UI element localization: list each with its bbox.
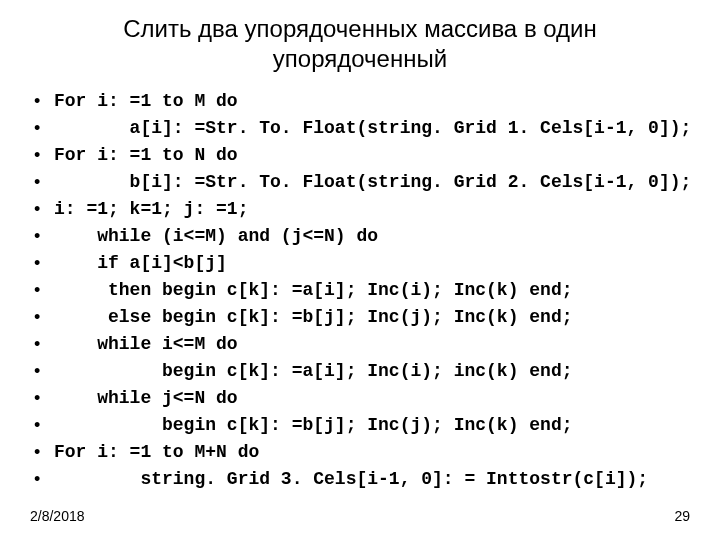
bullet-icon: •: [34, 385, 54, 412]
code-text: begin c[k]: =a[i]; Inc(i); inc(k) end;: [54, 358, 572, 385]
code-text: while j<=N do: [54, 385, 238, 412]
bullet-icon: •: [34, 439, 54, 466]
code-line: • begin c[k]: =b[j]; Inc(j); Inc(k) end;: [34, 412, 696, 439]
bullet-icon: •: [34, 142, 54, 169]
bullet-icon: •: [34, 304, 54, 331]
code-text: else begin c[k]: =b[j]; Inc(j); Inc(k) e…: [54, 304, 572, 331]
code-line: • while i<=M do: [34, 331, 696, 358]
slide-body: •For i: =1 to M do • a[i]: =Str. To. Flo…: [0, 74, 720, 493]
slide-title: Слить два упорядоченных массива в один у…: [0, 0, 720, 74]
code-line: • a[i]: =Str. To. Float(string. Grid 1. …: [34, 115, 696, 142]
bullet-icon: •: [34, 466, 54, 493]
bullet-icon: •: [34, 250, 54, 277]
bullet-icon: •: [34, 196, 54, 223]
code-text: then begin c[k]: =a[i]; Inc(i); Inc(k) e…: [54, 277, 572, 304]
code-line: • else begin c[k]: =b[j]; Inc(j); Inc(k)…: [34, 304, 696, 331]
code-line: • string. Grid 3. Cels[i-1, 0]: = Inttos…: [34, 466, 696, 493]
bullet-icon: •: [34, 223, 54, 250]
footer-page-number: 29: [674, 508, 690, 524]
code-text: while i<=M do: [54, 331, 238, 358]
code-text: For i: =1 to N do: [54, 142, 238, 169]
bullet-icon: •: [34, 169, 54, 196]
code-text: string. Grid 3. Cels[i-1, 0]: = Inttostr…: [54, 466, 648, 493]
bullet-icon: •: [34, 412, 54, 439]
code-text: For i: =1 to M+N do: [54, 439, 259, 466]
title-line-1: Слить два упорядоченных массива в один: [123, 15, 597, 42]
code-text: b[i]: =Str. To. Float(string. Grid 2. Ce…: [54, 169, 691, 196]
code-line: • b[i]: =Str. To. Float(string. Grid 2. …: [34, 169, 696, 196]
bullet-icon: •: [34, 115, 54, 142]
footer-date: 2/8/2018: [30, 508, 85, 524]
code-text: i: =1; k=1; j: =1;: [54, 196, 248, 223]
title-line-2: упорядоченный: [273, 45, 447, 72]
code-line: • then begin c[k]: =a[i]; Inc(i); Inc(k)…: [34, 277, 696, 304]
code-line: • while (i<=M) and (j<=N) do: [34, 223, 696, 250]
code-line: • while j<=N do: [34, 385, 696, 412]
code-text: if a[i]<b[j]: [54, 250, 227, 277]
bullet-icon: •: [34, 331, 54, 358]
bullet-icon: •: [34, 358, 54, 385]
code-text: while (i<=M) and (j<=N) do: [54, 223, 378, 250]
bullet-icon: •: [34, 277, 54, 304]
bullet-icon: •: [34, 88, 54, 115]
code-text: begin c[k]: =b[j]; Inc(j); Inc(k) end;: [54, 412, 572, 439]
slide-footer: 2/8/2018 29: [0, 508, 720, 524]
code-line: •For i: =1 to M+N do: [34, 439, 696, 466]
code-text: a[i]: =Str. To. Float(string. Grid 1. Ce…: [54, 115, 691, 142]
code-text: For i: =1 to M do: [54, 88, 238, 115]
code-line: •For i: =1 to N do: [34, 142, 696, 169]
code-line: •For i: =1 to M do: [34, 88, 696, 115]
code-line: •i: =1; k=1; j: =1;: [34, 196, 696, 223]
code-line: • begin c[k]: =a[i]; Inc(i); inc(k) end;: [34, 358, 696, 385]
code-line: • if a[i]<b[j]: [34, 250, 696, 277]
slide: Слить два упорядоченных массива в один у…: [0, 0, 720, 540]
